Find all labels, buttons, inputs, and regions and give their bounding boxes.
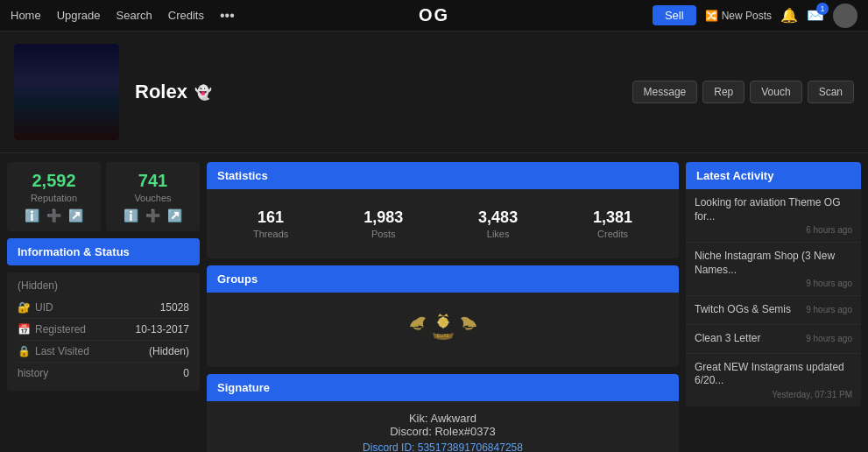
- last-visited-value: (Hidden): [149, 345, 189, 357]
- top-navigation: Home Upgrade Search Credits ••• OG Sell …: [0, 0, 868, 32]
- activity-item-0[interactable]: Looking for aviation Theme OG for... 6 h…: [686, 189, 861, 243]
- activity-list: Looking for aviation Theme OG for... 6 h…: [686, 189, 861, 406]
- posts-label: Posts: [363, 229, 403, 239]
- activity-time-3: 9 hours ago: [806, 334, 852, 343]
- activity-time-1: 9 hours ago: [695, 279, 852, 288]
- history-value: 0: [183, 367, 189, 379]
- notifications-icon[interactable]: 🔔: [780, 7, 798, 24]
- registered-value: 10-13-2017: [136, 323, 189, 335]
- signature-body: Kik: Awkward Discord: Rolex#0373 Discord…: [207, 401, 679, 452]
- latest-activity-header: Latest Activity: [686, 162, 861, 189]
- activity-time-2: 9 hours ago: [806, 305, 852, 314]
- user-avatar[interactable]: [833, 4, 857, 28]
- statistics-header: Statistics: [207, 162, 679, 189]
- profile-name-row: Rolex 👻: [135, 81, 212, 103]
- uid-icon: 🔐: [18, 301, 31, 314]
- statistics-numbers: 161 Threads 1,983 Posts 3,483 Likes 1,38…: [215, 198, 670, 250]
- registered-row: 📅 Registered 10-13-2017: [18, 319, 189, 341]
- activity-title-1: Niche Instagram Shop (3 New Names...: [695, 250, 852, 277]
- vouch-add-icon[interactable]: ➕: [145, 208, 160, 222]
- uid-row: 🔐 UID 15028: [18, 297, 189, 319]
- nav-search[interactable]: Search: [116, 9, 152, 22]
- nav-right-actions: Sell 🔀 New Posts 🔔 ✉️ 1: [653, 4, 857, 28]
- site-logo: OG: [419, 5, 449, 25]
- sell-button[interactable]: Sell: [653, 5, 696, 25]
- rep-info-icon[interactable]: ℹ️: [25, 208, 39, 222]
- info-status-body: (Hidden) 🔐 UID 15028 📅 Registered 10-13-…: [7, 272, 200, 391]
- rep-add-icon[interactable]: ➕: [46, 208, 61, 222]
- threads-number: 161: [253, 208, 288, 227]
- nav-home[interactable]: Home: [11, 9, 41, 22]
- threads-label: Threads: [253, 229, 288, 239]
- likes-number: 3,483: [478, 208, 518, 227]
- right-column: Latest Activity Looking for aviation The…: [686, 162, 861, 452]
- registered-label: 📅 Registered: [18, 323, 86, 335]
- credits-number: 1,381: [593, 208, 632, 227]
- share-icon: 🔀: [705, 10, 718, 22]
- reputation-actions: ℹ️ ➕ ↗️: [14, 208, 94, 222]
- posts-stat: 1,983 Posts: [363, 208, 403, 239]
- likes-stat: 3,483 Likes: [478, 208, 518, 239]
- activity-item-2[interactable]: Twitch OGs & Semis 9 hours ago: [686, 296, 861, 325]
- activity-title-2: Twitch OGs & Semis: [695, 303, 791, 317]
- likes-label: Likes: [478, 229, 518, 239]
- signature-discord: Discord: Rolex#0373: [217, 425, 668, 438]
- nav-upgrade[interactable]: Upgrade: [57, 9, 101, 22]
- rep-button[interactable]: Rep: [702, 81, 745, 103]
- scan-button[interactable]: Scan: [808, 81, 854, 103]
- reputation-label: Reputation: [14, 193, 94, 203]
- last-visited-icon: 🔒: [18, 345, 31, 357]
- message-button[interactable]: Message: [632, 81, 698, 103]
- activity-time-0: 6 hours ago: [695, 225, 852, 235]
- signature-section: Signature Kik: Awkward Discord: Rolex#03…: [207, 374, 679, 452]
- rep-vouches-row: 2,592 Reputation ℹ️ ➕ ↗️ 741 Vouches ℹ️ …: [7, 162, 200, 231]
- vouches-label: Vouches: [113, 193, 193, 203]
- statistics-section: Statistics 161 Threads 1,983 Posts 3,483…: [207, 162, 679, 258]
- last-visited-label: 🔒 Last Visited: [18, 345, 89, 357]
- profile-banner: Rolex 👻 Message Rep Vouch Scan: [0, 32, 868, 153]
- svg-text:ELITE: ELITE: [437, 333, 450, 338]
- reputation-number: 2,592: [14, 171, 94, 191]
- activity-time-4: Yesterday, 07:31 PM: [695, 390, 852, 399]
- main-content: 2,592 Reputation ℹ️ ➕ ↗️ 741 Vouches ℹ️ …: [0, 153, 868, 452]
- credits-stat: 1,381 Credits: [593, 208, 632, 239]
- vouch-share-icon[interactable]: ↗️: [167, 208, 182, 222]
- vouches-number: 741: [113, 171, 193, 191]
- uid-value: 15028: [160, 301, 189, 314]
- activity-row-2: Twitch OGs & Semis 9 hours ago: [695, 303, 852, 317]
- vouch-info-icon[interactable]: ℹ️: [123, 208, 138, 222]
- left-column: 2,592 Reputation ℹ️ ➕ ↗️ 741 Vouches ℹ️ …: [7, 162, 200, 452]
- profile-info: Rolex 👻: [135, 81, 212, 103]
- activity-item-3[interactable]: Clean 3 Letter 9 hours ago: [686, 325, 861, 354]
- reputation-box: 2,592 Reputation ℹ️ ➕ ↗️: [7, 162, 101, 231]
- nav-more-icon[interactable]: •••: [220, 8, 235, 24]
- rep-share-icon[interactable]: ↗️: [68, 208, 83, 222]
- latest-activity-section: Latest Activity Looking for aviation The…: [686, 162, 861, 406]
- nav-links: Home Upgrade Search Credits •••: [11, 8, 235, 24]
- activity-item-1[interactable]: Niche Instagram Shop (3 New Names... 9 h…: [686, 243, 861, 296]
- posts-number: 1,983: [363, 208, 403, 227]
- activity-title-0: Looking for aviation Theme OG for...: [695, 196, 852, 223]
- new-posts-link[interactable]: 🔀 New Posts: [705, 10, 772, 22]
- activity-item-4[interactable]: Great NEW Instagrams updated 6/20... Yes…: [686, 354, 861, 406]
- group-emblem: ELITE: [408, 305, 478, 355]
- middle-column: Statistics 161 Threads 1,983 Posts 3,483…: [207, 162, 679, 452]
- activity-row-3: Clean 3 Letter 9 hours ago: [695, 332, 852, 346]
- registered-icon: 📅: [18, 323, 31, 335]
- profile-action-buttons: Message Rep Vouch Scan: [632, 81, 854, 103]
- activity-title-3: Clean 3 Letter: [695, 332, 760, 346]
- svg-point-0: [438, 317, 448, 328]
- history-label: history: [18, 367, 48, 379]
- vouch-button[interactable]: Vouch: [750, 81, 801, 103]
- messages-badge: 1: [816, 3, 829, 15]
- messages-icon[interactable]: ✉️ 1: [807, 7, 824, 24]
- profile-username: Rolex: [135, 81, 187, 103]
- credits-label: Credits: [593, 229, 632, 239]
- threads-stat: 161 Threads: [253, 208, 288, 239]
- vouches-box: 741 Vouches ℹ️ ➕ ↗️: [106, 162, 200, 231]
- profile-status-icon: 👻: [194, 84, 212, 101]
- nav-credits[interactable]: Credits: [168, 9, 204, 22]
- uid-label: 🔐 UID: [18, 301, 53, 314]
- groups-header: Groups: [207, 265, 679, 293]
- vouches-actions: ℹ️ ➕ ↗️: [113, 208, 193, 222]
